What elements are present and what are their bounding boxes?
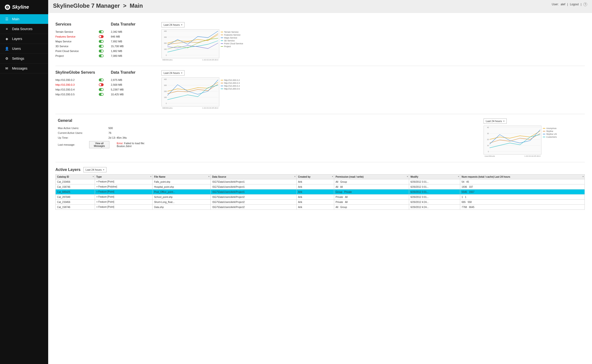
- general-legend: AnonymusSkylineSkyline USCustomers: [541, 126, 570, 158]
- max-users-label: Max Active Users:: [58, 127, 87, 130]
- status-toggle[interactable]: [99, 78, 104, 81]
- sidebar: Skyline ☰Main≡Data Sources◈Layers👤Users⚙…: [0, 0, 48, 364]
- server-row: http://10.200.0.3: [55, 82, 104, 87]
- help-icon[interactable]: ?: [583, 2, 587, 6]
- services-range-dropdown[interactable]: Last 24 hours▾: [161, 22, 185, 27]
- sidebar-item-settings[interactable]: ⚙Settings: [0, 54, 48, 64]
- cell-created-by: Arik: [296, 179, 334, 184]
- active-layers-table: Catalog ID▾Type▾File Name▾Data Source▾Cr…: [55, 174, 585, 210]
- service-transfer: 1,882 MB: [111, 49, 154, 53]
- table-row[interactable]: Cat_158746⌖ Feature [Point]Data.shp\SG7\…: [56, 205, 585, 210]
- server-transfer: 10,425 MB: [111, 92, 154, 97]
- server-transfer: 2,875 MB: [111, 78, 154, 82]
- sidebar-item-label: Layers: [12, 37, 22, 41]
- services-section: Services Terrain ServiceFeatures Service…: [55, 18, 585, 66]
- chevron-down-icon: ▾: [503, 120, 505, 122]
- sort-icon: ▾: [407, 176, 408, 178]
- sidebar-item-label: Users: [12, 47, 21, 51]
- cell-type: ⌖ Feature [Point]: [95, 179, 153, 184]
- breadcrumb: SkylineGlobe 7 Manager > Main: [53, 2, 143, 9]
- status-toggle[interactable]: [99, 35, 104, 38]
- svg-text:100: 100: [164, 97, 167, 98]
- sort-icon: ▾: [583, 176, 584, 178]
- cell-type: ⌖ Feature [Polyline]: [95, 184, 153, 189]
- legend-item: Project: [221, 45, 248, 48]
- column-header[interactable]: Catalog ID▾: [56, 175, 95, 179]
- table-row[interactable]: Cat_233456⌖ Feature [Point]Short+Long_fl…: [56, 200, 585, 205]
- column-header[interactable]: File Name▾: [153, 175, 211, 179]
- view-all-messages-button[interactable]: View all Messages: [89, 141, 109, 148]
- cell-permission: All All: [334, 184, 409, 189]
- service-transfer: 7,892 MB: [111, 39, 154, 44]
- feature-icon: ⌖: [96, 201, 98, 203]
- legend-item: Skyline US: [543, 133, 570, 135]
- legend-item: http://10.200.0.5: [221, 88, 248, 90]
- cell-catalog-id: Cat_685425: [56, 189, 95, 195]
- status-toggle[interactable]: [99, 54, 104, 57]
- cell-permission: All Group: [334, 205, 409, 210]
- column-header[interactable]: Type▾: [95, 175, 153, 179]
- svg-text:400: 400: [164, 30, 167, 32]
- header: SkylineGlobe 7 Manager > Main User: alef…: [48, 0, 592, 13]
- legend-item: Maps Service: [221, 37, 248, 39]
- legend-item: Features Service: [221, 34, 248, 36]
- table-row[interactable]: Cat_685425⌖ Feature [Point]Post_Office_p…: [56, 189, 585, 195]
- mail-icon: ✉: [5, 66, 9, 70]
- globe-icon: [5, 5, 10, 10]
- server-row: http://10.200.0.2: [55, 78, 104, 82]
- cell-type: ⌖ Feature [Point]: [95, 205, 153, 210]
- server-row: http://10.200.0.4: [55, 87, 104, 92]
- status-toggle[interactable]: [99, 40, 104, 43]
- sidebar-item-label: Messages: [12, 66, 27, 70]
- feature-icon: ⌖: [96, 190, 98, 193]
- table-row[interactable]: Cat_158746⌖ Feature [Polyline]Hospital_p…: [56, 184, 585, 189]
- sidebar-item-users[interactable]: 👤Users: [0, 44, 48, 54]
- status-toggle[interactable]: [99, 88, 104, 91]
- status-toggle[interactable]: [99, 83, 104, 86]
- status-toggle[interactable]: [99, 45, 104, 48]
- sort-icon: ▾: [150, 176, 151, 178]
- cell-requests: 665 558: [460, 200, 585, 205]
- column-header[interactable]: Permission (read / write)▾: [334, 175, 409, 179]
- column-header[interactable]: Modify▾: [409, 175, 460, 179]
- last-message-label: Last message:: [58, 143, 87, 146]
- column-header[interactable]: Data Source▾: [211, 175, 297, 179]
- sidebar-item-main[interactable]: ☰Main: [0, 14, 48, 24]
- status-toggle[interactable]: [99, 30, 104, 33]
- service-name: 3D Service: [55, 45, 96, 48]
- svg-text:0: 0: [488, 151, 489, 152]
- cell-requests: 7768 6645: [460, 205, 585, 210]
- general-range-dropdown[interactable]: Last 24 hours▾: [484, 118, 507, 124]
- sidebar-item-data-sources[interactable]: ≡Data Sources: [0, 24, 48, 34]
- servers-range-dropdown[interactable]: Last 24 hours▾: [161, 70, 185, 76]
- column-header[interactable]: Num requests (total / cache) Last 24 hou…: [460, 175, 585, 179]
- cell-requests: 54 45: [460, 179, 585, 184]
- status-toggle[interactable]: [99, 50, 104, 52]
- service-name: Terrain Service: [55, 30, 96, 33]
- cell-type: ⌖ Feature [Point]: [95, 189, 153, 195]
- table-row[interactable]: Cat_287049⌖ Feature [Point]School_point.…: [56, 195, 585, 200]
- layers-range-dropdown[interactable]: Last 24 hours▾: [83, 167, 106, 172]
- cell-type: ⌖ Feature [Point]: [95, 195, 153, 200]
- column-header[interactable]: Created by▾: [296, 175, 334, 179]
- nav: ☰Main≡Data Sources◈Layers👤Users⚙Settings…: [0, 14, 48, 73]
- service-transfer: 7,080 MB: [111, 53, 154, 58]
- table-row[interactable]: Cat_233456⌖ Feature [Point]Falls_point.s…: [56, 179, 585, 184]
- service-transfer: 2,342 MB: [111, 29, 154, 34]
- cell-filename: Post_Office_point...: [153, 189, 211, 195]
- status-toggle[interactable]: [99, 93, 104, 96]
- legend-item: Point Cloud Service: [221, 42, 248, 45]
- uptime-value: 2d 13: 45m 34s: [108, 136, 127, 139]
- cell-modify: 6/26/2012 4:24...: [409, 200, 460, 205]
- sidebar-item-messages[interactable]: ✉Messages: [0, 64, 48, 73]
- cell-filename: Short+Long_float...: [153, 200, 211, 205]
- current-users-value: 76: [108, 131, 111, 134]
- servers-legend: http://10.200.0.2http://10.200.0.3http:/…: [219, 78, 248, 110]
- svg-text:30: 30: [487, 133, 489, 134]
- brand-text: Skyline: [12, 4, 29, 10]
- svg-text:300: 300: [164, 84, 167, 86]
- sidebar-item-layers[interactable]: ◈Layers: [0, 34, 48, 44]
- max-users-value: 500: [108, 127, 113, 130]
- service-transfer: 846 MB: [111, 34, 154, 39]
- logout-link[interactable]: Logout: [570, 3, 579, 6]
